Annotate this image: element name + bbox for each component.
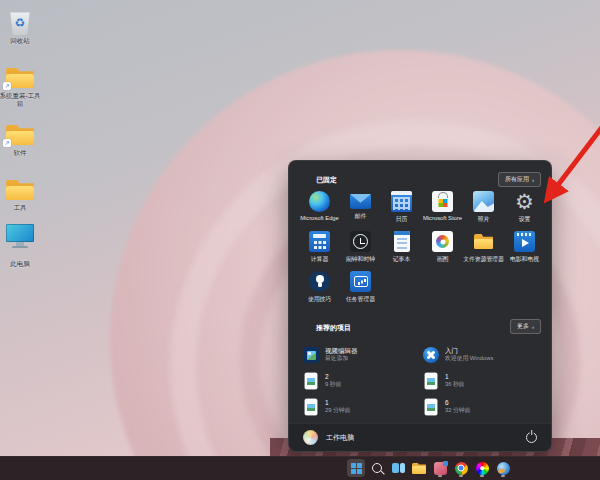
pinned-app-notepad[interactable]: 记事本 bbox=[381, 231, 422, 271]
recommended-subtitle: 36 秒前 bbox=[445, 381, 465, 389]
pinned-app-label: 文件资源管理器 bbox=[463, 255, 504, 264]
recycle-bin-icon: ♻ bbox=[10, 10, 31, 35]
pinned-app-paint[interactable]: 画图 bbox=[422, 231, 463, 271]
pinned-app-store[interactable]: Microsoft Store bbox=[422, 191, 463, 231]
recommended-subtitle: 最近添加 bbox=[325, 355, 358, 363]
running-indicator bbox=[459, 475, 463, 477]
folder-icon bbox=[412, 463, 426, 474]
pinned-app-label: 照片 bbox=[463, 215, 504, 224]
pinned-app-label: 邮件 bbox=[340, 212, 381, 221]
running-indicator bbox=[501, 475, 505, 477]
user-name[interactable]: 工作电脑 bbox=[326, 433, 354, 443]
taskbar-taskview-button[interactable] bbox=[389, 459, 407, 477]
start-menu: 已固定 所有应用 › Microsoft Edge 邮件 日历 Microsof… bbox=[288, 160, 552, 452]
folder-shortcut-icon bbox=[5, 66, 35, 90]
task-view-icon bbox=[392, 463, 405, 473]
pinned-app-label: 画图 bbox=[422, 255, 463, 264]
desktop-icon-label: 回收站 bbox=[0, 37, 43, 45]
monitor-icon bbox=[6, 224, 34, 242]
photos-icon bbox=[473, 191, 494, 212]
file-explorer-icon bbox=[473, 231, 494, 252]
pinned-app-explorer[interactable]: 文件资源管理器 bbox=[463, 231, 504, 271]
desktop-icon-folder-3[interactable]: 工具 bbox=[0, 172, 43, 212]
windows-logo-icon bbox=[351, 463, 362, 474]
mail-icon bbox=[350, 194, 371, 209]
taskbar-colorwheel-button[interactable] bbox=[473, 459, 491, 477]
user-avatar[interactable] bbox=[303, 430, 318, 445]
get-started-icon bbox=[423, 347, 439, 363]
pink-app-icon bbox=[434, 462, 447, 475]
pinned-app-calendar[interactable]: 日历 bbox=[381, 191, 422, 231]
recommended-item-file[interactable]: 1 29 分钟前 bbox=[303, 394, 423, 420]
desktop-icon-this-pc[interactable]: 此电脑 bbox=[0, 224, 43, 268]
more-button[interactable]: 更多 › bbox=[510, 319, 541, 334]
all-apps-button[interactable]: 所有应用 › bbox=[498, 172, 541, 187]
search-icon bbox=[372, 463, 382, 473]
image-file-icon bbox=[305, 399, 317, 415]
taskbar-app-pink-button[interactable] bbox=[431, 459, 449, 477]
pinned-app-label: 日历 bbox=[381, 215, 422, 224]
taskbar-start-button[interactable] bbox=[347, 459, 365, 477]
taskbar bbox=[0, 456, 600, 480]
recommended-item-file[interactable]: 2 9 秒前 bbox=[303, 368, 423, 394]
taskbar-search-button[interactable] bbox=[368, 459, 386, 477]
recommended-title: 1 bbox=[445, 373, 465, 381]
pinned-app-label: Microsoft Store bbox=[422, 215, 463, 221]
desktop-icon-label: 软件 bbox=[0, 149, 43, 157]
taskbar-globe-button[interactable] bbox=[494, 459, 512, 477]
pinned-app-calculator[interactable]: 计算器 bbox=[299, 231, 340, 271]
chrome-icon bbox=[455, 462, 468, 475]
pinned-app-label: 使用技巧 bbox=[299, 295, 340, 304]
image-file-icon bbox=[425, 399, 437, 415]
folder-shortcut-icon bbox=[5, 123, 35, 147]
pinned-app-label: 计算器 bbox=[299, 255, 340, 264]
paint-icon bbox=[432, 231, 453, 252]
pinned-app-label: 闹钟和时钟 bbox=[340, 255, 381, 264]
pinned-app-movies[interactable]: 电影和电视 bbox=[504, 231, 545, 271]
notepad-icon bbox=[394, 231, 410, 252]
settings-gear-icon bbox=[514, 191, 535, 212]
desktop-icon-folder-2[interactable]: 软件 bbox=[0, 117, 43, 157]
pinned-apps-grid: Microsoft Edge 邮件 日历 Microsoft Store 照片 … bbox=[299, 191, 545, 311]
video-editor-icon bbox=[303, 347, 319, 363]
color-wheel-icon bbox=[476, 462, 489, 475]
desktop-icon-label: 工具 bbox=[0, 204, 43, 212]
folder-icon bbox=[5, 178, 35, 202]
chevron-right-icon: › bbox=[532, 324, 534, 330]
start-menu-footer: 工作电脑 bbox=[289, 423, 551, 451]
alarm-clock-icon bbox=[350, 231, 371, 252]
desktop-icon-label: 此电脑 bbox=[0, 260, 43, 268]
pinned-app-tips[interactable]: 使用技巧 bbox=[299, 271, 340, 311]
desktop-icon-folder-1[interactable]: 系统重装-工具箱 bbox=[0, 60, 43, 108]
pinned-app-label: 记事本 bbox=[381, 255, 422, 264]
running-indicator bbox=[438, 475, 442, 477]
edge-icon bbox=[309, 191, 330, 212]
desktop-icon-label: 系统重装-工具箱 bbox=[0, 92, 43, 108]
recommended-subtitle: 欢迎使用 Windows bbox=[445, 355, 493, 363]
pinned-app-settings[interactable]: 设置 bbox=[504, 191, 545, 231]
recommended-subtitle: 9 秒前 bbox=[325, 381, 341, 389]
calendar-icon bbox=[391, 191, 412, 212]
taskbar-chrome-button[interactable] bbox=[452, 459, 470, 477]
power-icon[interactable] bbox=[526, 432, 537, 443]
pinned-app-photos[interactable]: 照片 bbox=[463, 191, 504, 231]
desktop-icon-recycle-bin[interactable]: ♻ 回收站 bbox=[0, 5, 43, 45]
pinned-app-alarms[interactable]: 闹钟和时钟 bbox=[340, 231, 381, 271]
pinned-app-label: 任务管理器 bbox=[340, 295, 381, 304]
recommended-item-video-editor[interactable]: 视频编辑器 最近添加 bbox=[303, 342, 423, 368]
more-label: 更多 bbox=[517, 322, 529, 331]
taskbar-explorer-button[interactable] bbox=[410, 459, 428, 477]
recommended-item-file[interactable]: 6 32 分钟前 bbox=[423, 394, 543, 420]
image-file-icon bbox=[425, 373, 437, 389]
pinned-app-edge[interactable]: Microsoft Edge bbox=[299, 191, 340, 231]
tips-bulb-icon bbox=[309, 271, 330, 292]
recommended-section-header: 推荐的项目 bbox=[316, 323, 351, 333]
pinned-app-taskmanager[interactable]: 任务管理器 bbox=[340, 271, 381, 311]
recommended-grid: 视频编辑器 最近添加 入门 欢迎使用 Windows 2 9 秒前 1 36 秒… bbox=[303, 342, 543, 420]
recommended-subtitle: 32 分钟前 bbox=[445, 407, 470, 415]
recommended-item-get-started[interactable]: 入门 欢迎使用 Windows bbox=[423, 342, 543, 368]
pinned-app-mail[interactable]: 邮件 bbox=[340, 191, 381, 231]
pinned-app-label: 电影和电视 bbox=[504, 255, 545, 264]
recommended-item-file[interactable]: 1 36 秒前 bbox=[423, 368, 543, 394]
image-file-icon bbox=[305, 373, 317, 389]
